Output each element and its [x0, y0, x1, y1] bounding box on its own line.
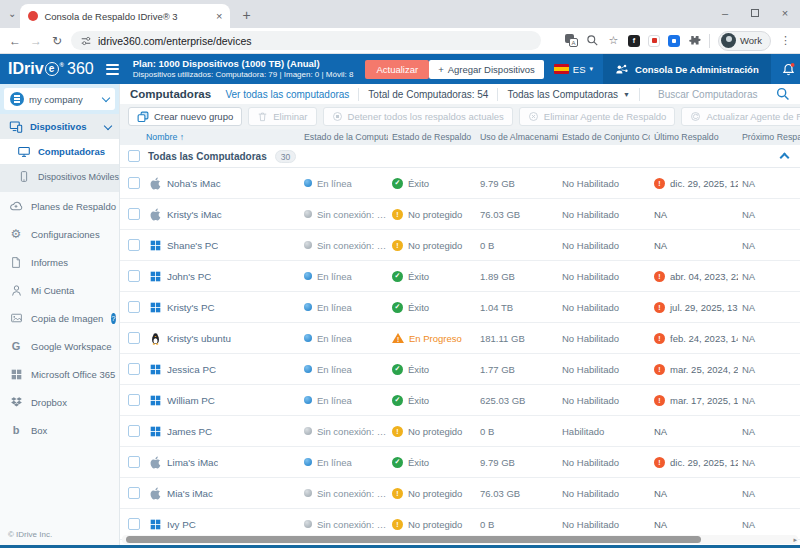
sidebar-item-dropbox[interactable]: Dropbox	[0, 388, 119, 416]
row-checkbox[interactable]	[128, 270, 140, 282]
sidebar-item-informes[interactable]: Informes	[0, 248, 119, 276]
url-bar[interactable]: idrive360.com/enterprise/devices	[71, 31, 541, 50]
sidebar-item-copia-de-imagen[interactable]: Copia de Imagen ?	[0, 304, 119, 332]
column-proximo-respaldo[interactable]: Próximo Respaldo	[738, 132, 800, 142]
row-checkbox[interactable]	[128, 363, 140, 375]
stop-backups-button[interactable]: Detener todos los respaldos actuales	[323, 107, 513, 126]
sidebar-item-microsoft-office-365[interactable]: Microsoft Office 365	[0, 360, 119, 388]
extension-icon-3[interactable]	[668, 35, 680, 47]
add-devices-button[interactable]: + Agregar Dispositivos	[429, 60, 544, 79]
notifications-bell-icon[interactable]	[781, 62, 796, 77]
scrollbar-arrow-icon[interactable]: ▸	[793, 535, 797, 544]
group-row-todas-las-computadoras[interactable]: Todas las Computadoras 30	[120, 145, 800, 168]
next-backup: NA	[742, 178, 755, 189]
last-backup: feb. 24, 2023, 14:55	[670, 333, 738, 344]
table-row[interactable]: Kristy's ubuntuEn línea!En Progreso181.1…	[120, 323, 800, 354]
browser-menu-icon[interactable]: ⋮	[779, 34, 792, 47]
row-checkbox[interactable]	[128, 425, 140, 437]
column-ultimo-respaldo[interactable]: Último Respaldo	[650, 132, 738, 142]
column-estado-computadora[interactable]: Estado de la Computadora	[300, 132, 388, 142]
search-icon[interactable]	[776, 87, 790, 101]
sidebar-item-dispositivos-moviles[interactable]: Dispositivos Móviles	[0, 164, 119, 189]
row-checkbox[interactable]	[128, 177, 140, 189]
sidebar-item-dispositivos[interactable]: Dispositivos	[0, 114, 119, 139]
sidebar-item-mi-cuenta[interactable]: Mi Cuenta	[0, 276, 119, 304]
row-checkbox[interactable]	[128, 332, 140, 344]
chevron-up-icon[interactable]	[780, 153, 790, 163]
browser-tab[interactable]: Consola de Respaldo IDrive® 3 ×	[20, 4, 230, 28]
column-conjunto-completo[interactable]: Estado de Conjunto Completo	[558, 132, 650, 142]
backup-status: Éxito	[408, 364, 429, 375]
row-checkbox[interactable]	[128, 518, 140, 530]
browser-profile-button[interactable]: Work	[718, 31, 771, 51]
column-nombre[interactable]: Nombre ↑	[120, 132, 300, 142]
bookmark-star-icon[interactable]: ☆	[607, 34, 620, 47]
table-row[interactable]: Kristy's iMacSin conexión: hace u...!No …	[120, 199, 800, 230]
hamburger-menu-icon[interactable]	[106, 64, 119, 75]
view-all-computers-link[interactable]: Ver todas las computadoras	[225, 89, 349, 100]
remove-agent-button[interactable]: Eliminar Agente de Respaldo	[519, 107, 676, 126]
upgrade-button[interactable]: Actualizar	[365, 60, 429, 79]
tab-search-icon[interactable]: ⌄	[8, 8, 16, 19]
site-settings-icon[interactable]	[80, 35, 92, 47]
sidebar-item-planes-de-respaldo[interactable]: Planes de Respaldo	[0, 192, 119, 220]
scrollbar-thumb[interactable]	[126, 536, 701, 543]
sidebar-item-configuraciones[interactable]: ⚙ Configuraciones	[0, 220, 119, 248]
language-code: ES	[573, 64, 586, 75]
close-button[interactable]: ×	[770, 0, 800, 26]
table-header: Nombre ↑ Estado de la Computadora Estado…	[120, 129, 800, 145]
tab-title: Consola de Respaldo IDrive® 3	[44, 11, 210, 22]
row-checkbox[interactable]	[128, 239, 140, 251]
table-row[interactable]: Kristy's PCEn línea✓Éxito1.04 TBNo Habil…	[120, 292, 800, 323]
update-agent-button[interactable]: Actualizar Agente de Respaldo	[681, 107, 800, 126]
sidebar-item-box[interactable]: b Box	[0, 416, 119, 444]
company-selector[interactable]: my company	[4, 88, 115, 110]
find-icon[interactable]	[586, 34, 599, 47]
table-row[interactable]: James PCSin conexión: 2 mes[...!No prote…	[120, 416, 800, 447]
create-group-button[interactable]: Crear nuevo grupo	[128, 107, 242, 126]
spain-flag-icon	[554, 64, 569, 74]
full-set-status: No Habilitado	[562, 209, 619, 220]
computers-filter-dropdown[interactable]: Todas las Computadoras ▼	[507, 89, 630, 100]
column-uso-almacenamiento[interactable]: Uso de Almacenamiento	[476, 132, 558, 142]
table-row[interactable]: William PCEn línea✓Éxito625.03 GBNo Habi…	[120, 385, 800, 416]
row-checkbox[interactable]	[128, 208, 140, 220]
backup-status: Éxito	[408, 178, 429, 189]
maximize-button[interactable]	[740, 0, 770, 26]
extensions-puzzle-icon[interactable]	[688, 34, 701, 47]
reload-icon[interactable]: ↻	[50, 34, 64, 48]
admin-console-button[interactable]: Consola De Administración	[603, 54, 771, 84]
back-icon[interactable]: ←	[8, 34, 22, 48]
table-row[interactable]: Lima's iMacEn línea✓Éxito9.79 GBNo Habil…	[120, 447, 800, 478]
forward-icon[interactable]: →	[29, 34, 43, 48]
tab-close-icon[interactable]: ×	[216, 10, 222, 22]
group-checkbox[interactable]	[128, 150, 140, 162]
table-row[interactable]: John's PCEn línea✓Éxito1.89 GBNo Habilit…	[120, 261, 800, 292]
row-checkbox[interactable]	[128, 301, 140, 313]
horizontal-scrollbar[interactable]: ▸	[122, 535, 798, 544]
help-badge-icon[interactable]: ?	[111, 313, 115, 324]
storage-usage: 1.89 GB	[480, 271, 515, 282]
row-checkbox[interactable]	[128, 456, 140, 468]
language-selector[interactable]: ES ▾	[554, 64, 593, 75]
search-input[interactable]	[658, 89, 776, 100]
table-row[interactable]: Noha's iMacEn línea✓Éxito9.79 GBNo Habil…	[120, 168, 800, 199]
row-checkbox[interactable]	[128, 394, 140, 406]
device-name: Jessica PC	[167, 364, 216, 375]
sidebar-item-google-workspace[interactable]: G Google Workspace	[0, 332, 119, 360]
table-row[interactable]: Jessica PCEn línea✓Éxito1.77 GBNo Habili…	[120, 354, 800, 385]
extension-icon-2[interactable]	[648, 35, 660, 47]
last-backup: mar. 25, 2024, 20:00	[670, 364, 738, 375]
extension-icon-1[interactable]: f	[628, 35, 640, 47]
row-checkbox[interactable]	[128, 487, 140, 499]
minimize-button[interactable]: –	[710, 0, 740, 26]
translate-icon[interactable]: A	[565, 34, 578, 47]
delete-button[interactable]: Eliminar	[248, 107, 316, 126]
table-row[interactable]: Mia's iMacSin conexión: hace u...!No pro…	[120, 478, 800, 509]
chevron-down-icon: ▾	[590, 65, 594, 73]
backup-status: No protegido	[408, 426, 462, 437]
column-estado-respaldo[interactable]: Estado de Respaldo	[388, 132, 476, 142]
sidebar-item-computadoras[interactable]: Computadoras	[0, 139, 119, 164]
table-row[interactable]: Shane's PCSin conexión: 5 mes[...!No pro…	[120, 230, 800, 261]
new-tab-button[interactable]: +	[242, 7, 250, 23]
